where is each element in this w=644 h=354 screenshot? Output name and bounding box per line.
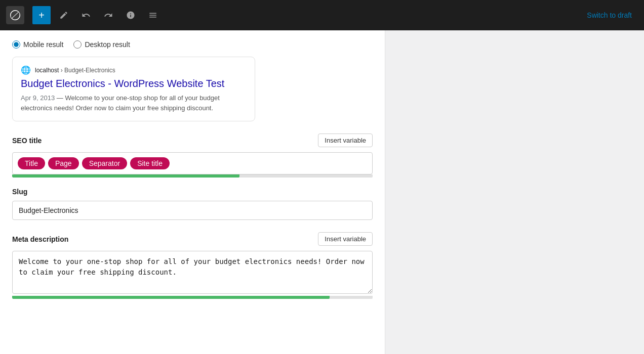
mobile-result-radio[interactable] — [12, 40, 20, 49]
menu-button[interactable] — [144, 6, 162, 24]
meta-description-progress-bar — [12, 296, 373, 299]
seo-title-header: SEO title Insert variable — [12, 134, 373, 147]
seo-title-label: SEO title — [12, 137, 42, 145]
desktop-result-radio[interactable] — [73, 40, 82, 49]
meta-description-header: Meta description Insert variable — [12, 232, 373, 246]
meta-description-textarea[interactable] — [12, 251, 373, 294]
desktop-result-label[interactable]: Desktop result — [73, 40, 130, 49]
url-row: 🌐 localhost › Budget-Electronics — [21, 65, 247, 75]
meta-description-insert-variable-button[interactable]: Insert variable — [318, 232, 373, 246]
redo-button[interactable] — [99, 6, 117, 24]
meta-description-label: Meta description — [12, 235, 68, 243]
result-type-row: Mobile result Desktop result — [12, 40, 373, 49]
slug-label: Slug — [12, 188, 27, 196]
separator-pill[interactable]: Separator — [82, 157, 127, 169]
slug-header: Slug — [12, 188, 373, 196]
sidebar — [385, 30, 644, 354]
seo-title-pills-container[interactable]: Title Page Separator Site title — [12, 152, 373, 174]
meta-description-section: Meta description Insert variable — [12, 232, 373, 299]
content-area: Mobile result Desktop result 🌐 localhost… — [0, 30, 385, 354]
undo-button[interactable] — [77, 6, 95, 24]
info-button[interactable] — [122, 6, 140, 24]
switch-to-draft-button[interactable]: Switch to draft — [581, 7, 638, 23]
globe-icon: 🌐 — [21, 65, 31, 75]
preview-url: localhost › Budget-Electronics — [35, 67, 115, 74]
page-pill[interactable]: Page — [48, 157, 79, 169]
add-button[interactable]: + — [32, 6, 51, 24]
site-title-pill[interactable]: Site title — [130, 157, 170, 169]
slug-input[interactable] — [12, 201, 373, 220]
seo-title-section: SEO title Insert variable Title Page Sep… — [12, 134, 373, 178]
preview-title[interactable]: Budget Electronics - WordPress Website T… — [21, 77, 247, 90]
seo-title-progress-fill — [12, 174, 239, 178]
seo-title-insert-variable-button[interactable]: Insert variable — [318, 134, 373, 147]
main-area: Mobile result Desktop result 🌐 localhost… — [0, 30, 644, 354]
seo-title-progress-bar — [12, 174, 373, 178]
slug-section: Slug — [12, 188, 373, 220]
title-pill[interactable]: Title — [18, 157, 45, 169]
wordpress-logo — [6, 6, 24, 24]
preview-meta: Apr 9, 2013 — Welcome to your one-stop s… — [21, 93, 247, 113]
edit-icon-button[interactable] — [55, 6, 73, 24]
search-preview-card: 🌐 localhost › Budget-Electronics Budget … — [12, 57, 255, 121]
mobile-result-label[interactable]: Mobile result — [12, 40, 63, 49]
toolbar: + Switch to draft — [0, 0, 644, 30]
meta-description-progress-fill — [12, 296, 330, 299]
